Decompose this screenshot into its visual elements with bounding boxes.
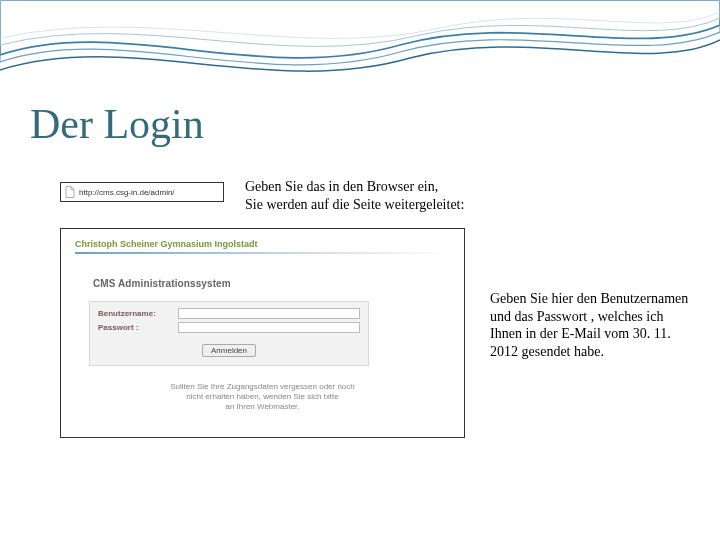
- cms-subtitle: CMS Administrationssystem: [93, 278, 450, 289]
- login-panel: Benutzername: Passwort : Anmelden: [89, 301, 369, 366]
- login-button[interactable]: Anmelden: [202, 344, 256, 357]
- page-title: Der Login: [30, 100, 204, 148]
- page-icon: [64, 186, 76, 198]
- header-wave: [0, 0, 720, 90]
- password-row: Passwort :: [98, 322, 360, 333]
- submit-row: Anmelden: [98, 339, 360, 357]
- instruction-line: Sie werden auf die Seite weitergeleitet:: [245, 196, 464, 214]
- footer-line: an Ihren Webmaster.: [75, 402, 450, 412]
- footer-line: nicht erhalten haben, wenden Sie sich bi…: [75, 392, 450, 402]
- cms-login-screenshot: Christoph Scheiner Gymnasium Ingolstadt …: [60, 228, 465, 438]
- cms-site-header: Christoph Scheiner Gymnasium Ingolstadt: [75, 239, 450, 251]
- username-row: Benutzername:: [98, 308, 360, 319]
- instruction-credentials: Geben Sie hier den Benutzernamen und das…: [490, 290, 695, 360]
- instruction-line: Geben Sie das in den Browser ein,: [245, 178, 464, 196]
- url-text: http://cms.csg-in.de/admin/: [79, 188, 223, 197]
- password-input[interactable]: [178, 322, 360, 333]
- instruction-enter-url: Geben Sie das in den Browser ein, Sie we…: [245, 178, 464, 213]
- footer-line: Sollten Sie Ihre Zugangsdaten vergessen …: [75, 382, 450, 392]
- header-divider: [75, 252, 450, 254]
- password-label: Passwort :: [98, 323, 178, 332]
- username-label: Benutzername:: [98, 309, 178, 318]
- cms-footer-text: Sollten Sie Ihre Zugangsdaten vergessen …: [75, 382, 450, 412]
- url-bar-screenshot: http://cms.csg-in.de/admin/: [60, 182, 224, 202]
- username-input[interactable]: [178, 308, 360, 319]
